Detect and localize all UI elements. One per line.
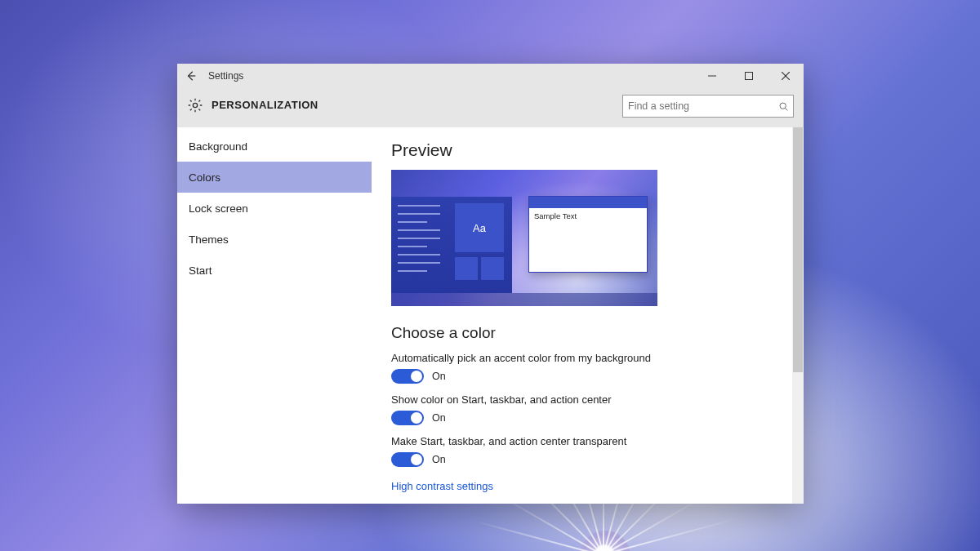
- preview-start-menu: Aa: [391, 197, 512, 293]
- color-preview: Aa Sample Text: [391, 170, 657, 306]
- minimize-icon: [708, 72, 716, 80]
- preview-window: Sample Text: [528, 196, 648, 273]
- back-button[interactable]: [177, 64, 205, 88]
- svg-rect-2: [745, 73, 752, 80]
- preview-tile-label: Aa: [473, 222, 486, 234]
- sidebar-item-lock-screen[interactable]: Lock screen: [177, 193, 372, 224]
- close-icon: [782, 72, 790, 80]
- svg-line-7: [785, 108, 787, 110]
- sidebar-item-background[interactable]: Background: [177, 131, 372, 162]
- close-button[interactable]: [767, 64, 804, 88]
- gear-icon: [187, 97, 203, 113]
- option-auto-accent-label: Automatically pick an accent color from …: [391, 352, 784, 364]
- settings-header: PERSONALIZATION: [177, 88, 804, 127]
- sidebar-item-label: Colors: [189, 171, 220, 184]
- header-title: PERSONALIZATION: [212, 99, 318, 111]
- search-input[interactable]: [623, 100, 773, 112]
- sidebar-item-label: Lock screen: [189, 202, 248, 215]
- sidebar-item-start[interactable]: Start: [177, 255, 372, 286]
- preview-heading: Preview: [391, 140, 784, 160]
- toggle-auto-accent-state: On: [432, 371, 446, 382]
- maximize-button[interactable]: [730, 64, 767, 88]
- svg-point-5: [193, 103, 197, 107]
- desktop-wallpaper: Settings PERSONALIZATION: [0, 0, 980, 551]
- settings-content: Preview Aa S: [372, 127, 804, 504]
- choose-color-heading: Choose a color: [391, 324, 784, 342]
- search-box[interactable]: [622, 95, 794, 118]
- toggle-show-color[interactable]: [391, 411, 424, 425]
- sidebar-item-label: Start: [189, 264, 212, 277]
- scrollbar-thumb[interactable]: [793, 127, 803, 372]
- scrollbar[interactable]: [792, 127, 804, 504]
- sidebar-item-label: Background: [189, 140, 247, 153]
- back-arrow-icon: [185, 70, 197, 82]
- toggle-auto-accent[interactable]: [391, 369, 424, 384]
- window-title: Settings: [208, 70, 243, 82]
- option-transparent-label: Make Start, taskbar, and action center t…: [391, 435, 784, 447]
- sidebar-item-label: Themes: [189, 233, 229, 246]
- toggle-transparent-state: On: [432, 454, 446, 465]
- settings-window: Settings PERSONALIZATION: [177, 64, 804, 504]
- preview-taskbar: [391, 293, 657, 306]
- maximize-icon: [745, 72, 753, 80]
- search-icon: [773, 101, 793, 112]
- settings-sidebar: Background Colors Lock screen Themes Sta…: [177, 127, 372, 504]
- minimize-button[interactable]: [693, 64, 730, 88]
- high-contrast-link[interactable]: High contrast settings: [391, 480, 493, 492]
- preview-tile: Aa: [455, 203, 504, 252]
- toggle-show-color-state: On: [432, 412, 446, 424]
- window-titlebar: Settings: [177, 64, 804, 88]
- option-show-color-label: Show color on Start, taskbar, and action…: [391, 393, 784, 406]
- preview-window-text: Sample Text: [529, 208, 647, 224]
- toggle-transparent[interactable]: [391, 452, 424, 467]
- sidebar-item-colors[interactable]: Colors: [177, 162, 372, 193]
- svg-point-6: [780, 103, 786, 109]
- sidebar-item-themes[interactable]: Themes: [177, 224, 372, 255]
